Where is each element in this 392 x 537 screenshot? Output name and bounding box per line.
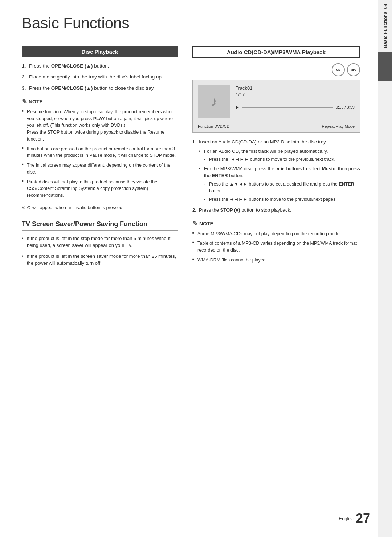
player-mockup: ♪ Track01 1/17 ▶ 0:15 / 3:59: [192, 80, 360, 133]
mp3-icon: MP3: [347, 63, 360, 76]
disc-playback-header: Disc Playback: [22, 46, 178, 57]
list-item: Press the ◄◄►► buttons to move to the pr…: [204, 196, 360, 203]
list-item: Press the |◄◄►► buttons to move to the p…: [204, 156, 360, 163]
list-item: Table of contents of a MP3-CD varies dep…: [192, 240, 360, 254]
audio-note-icon: ✎: [192, 220, 198, 228]
tv-screen-saver-list: If the product is left in the stop mode …: [22, 235, 178, 267]
list-item: 1. Insert an Audio CD(CD-DA) or an MP3 D…: [192, 138, 360, 203]
list-item: 3. Press the OPEN/CLOSE (▲) button to cl…: [22, 85, 178, 92]
list-item: 2. Place a disc gently into the tray wit…: [22, 73, 178, 81]
two-columns: Disc Playback 1. Press the OPEN/CLOSE (▲…: [22, 46, 360, 270]
tv-section-title: TV Screen Saver/Power Saving Function: [22, 220, 178, 231]
list-item: If the product is left in the stop mode …: [22, 235, 178, 249]
progress-time: 0:15 / 3:59: [336, 105, 355, 109]
player-number: 1/17: [236, 92, 355, 97]
play-button-icon: ▶: [236, 105, 239, 110]
progress-bar: [242, 107, 333, 108]
audio-note-title: ✎ NOTE: [192, 220, 360, 228]
player-progress: ▶ 0:15 / 3:59: [236, 105, 355, 110]
player-track: Track01: [236, 85, 355, 91]
player-inner: ♪ Track01 1/17 ▶ 0:15 / 3:59: [198, 85, 355, 118]
invalid-note: ※ ⊘ will appear when an invalid button i…: [22, 205, 178, 210]
player-footer: Function DVD/CD Repeat Play Mode: [198, 122, 355, 129]
player-footer-repeat: Repeat Play Mode: [322, 124, 355, 129]
list-item: Pirated discs will not play in this prod…: [22, 179, 178, 199]
sub-dash-list-2: Press the ▲▼◄► buttons to select a desir…: [204, 181, 360, 203]
main-content: Basic Functions Disc Playback 1. Press t…: [0, 0, 378, 537]
audio-steps: 1. Insert an Audio CD(CD-DA) or an MP3 D…: [192, 138, 360, 214]
list-item: Press the ▲▼◄► buttons to select a desir…: [204, 181, 360, 195]
note-icon: ✎: [22, 98, 27, 106]
list-item: For an Audio CD, the first track will be…: [199, 148, 360, 163]
side-tab-label: Basic Functions: [383, 12, 388, 48]
side-tab-number: 04: [383, 4, 388, 9]
audio-playback-header: Audio CD(CD-DA)/MP3/WMA Playback: [192, 46, 360, 58]
page-footer: English 27: [339, 511, 370, 526]
page-language: English: [339, 516, 354, 521]
list-item: If the product is left in the screen sav…: [22, 253, 178, 267]
tv-screen-saver-section: TV Screen Saver/Power Saving Function If…: [22, 220, 178, 267]
page-number: 27: [356, 511, 370, 526]
left-column: Disc Playback 1. Press the OPEN/CLOSE (▲…: [22, 46, 178, 270]
side-tab: 04 Basic Functions: [378, 0, 392, 537]
audio-note: ✎ NOTE Some MP3/WMA-CDs may not play, de…: [192, 220, 360, 264]
right-column: Audio CD(CD-DA)/MP3/WMA Playback CD MP3 …: [192, 46, 360, 270]
audio-note-list: Some MP3/WMA-CDs may not play, depending…: [192, 231, 360, 264]
list-item: Resume function: When you stop disc play…: [22, 109, 178, 143]
list-item: 2. Press the STOP (■) button to stop pla…: [192, 207, 360, 214]
music-note-icon: ♪: [211, 94, 217, 109]
list-item: The initial screen may appear different,…: [22, 162, 178, 176]
sub-dash-list: Press the |◄◄►► buttons to move to the p…: [204, 156, 360, 163]
note-list: Resume function: When you stop disc play…: [22, 109, 178, 199]
page-container: Basic Functions Disc Playback 1. Press t…: [0, 0, 392, 537]
player-info: Track01 1/17 ▶ 0:15 / 3:59: [236, 85, 355, 110]
sub-bullet-list: For an Audio CD, the first track will be…: [199, 148, 360, 203]
cd-icon: CD: [332, 63, 345, 76]
list-item: 1. Press the OPEN/CLOSE (▲) button.: [22, 62, 178, 70]
player-footer-function: Function DVD/CD: [198, 124, 229, 129]
disc-playback-note: ✎ NOTE Resume function: When you stop di…: [22, 98, 178, 199]
page-title: Basic Functions: [22, 15, 360, 36]
cd-icons: CD MP3: [192, 63, 360, 76]
list-item: For the MP3/WMA disc, press the ◄► butto…: [199, 165, 360, 203]
side-tab-highlight: [378, 52, 392, 81]
note-title: ✎ NOTE: [22, 98, 178, 106]
player-album-art: ♪: [198, 85, 230, 118]
list-item: Some MP3/WMA-CDs may not play, depending…: [192, 231, 360, 237]
disc-playback-steps: 1. Press the OPEN/CLOSE (▲) button. 2. P…: [22, 62, 178, 92]
list-item: WMA-DRM files cannot be played.: [192, 257, 360, 264]
list-item: If no buttons are pressed on the product…: [22, 146, 178, 159]
